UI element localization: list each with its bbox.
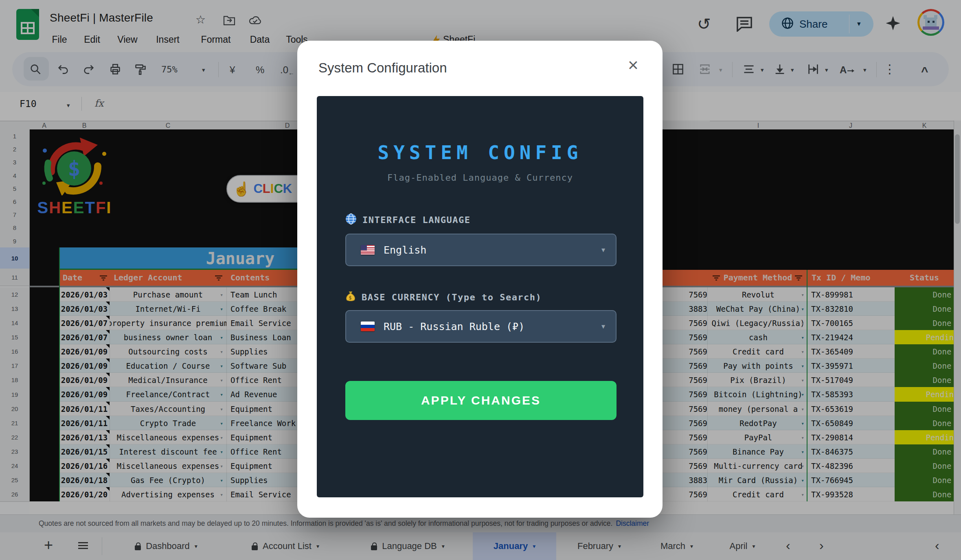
- config-subtitle: Flag-Enabled Language & Currency: [317, 173, 643, 183]
- svg-text:$: $: [349, 295, 353, 301]
- system-configuration-dialog: System Configuration × SYSTEM CONFIG Fla…: [297, 41, 663, 518]
- globe-icon: [345, 213, 357, 227]
- currency-label-row: $ BASE CURRENCY (Type to Search): [345, 291, 542, 304]
- language-dropdown[interactable]: English ▾: [345, 234, 617, 266]
- dialog-title: System Configuration: [318, 60, 447, 76]
- config-heading: SYSTEM CONFIG: [317, 142, 643, 164]
- dropdown-caret-icon: ▾: [601, 245, 605, 254]
- language-label: INTERFACE LANGUAGE: [362, 215, 470, 225]
- dropdown-caret-icon: ▾: [601, 322, 605, 331]
- currency-dropdown[interactable]: RUB - Russian Ruble (₽) ▾: [345, 310, 617, 343]
- ru-flag-icon: [361, 322, 375, 331]
- apply-changes-button[interactable]: APPLY CHANGES: [345, 381, 617, 420]
- language-value: English: [384, 244, 426, 256]
- close-icon[interactable]: ×: [628, 56, 638, 74]
- config-panel: SYSTEM CONFIG Flag-Enabled Language & Cu…: [317, 96, 643, 497]
- money-bag-icon: $: [345, 291, 356, 304]
- us-flag-icon: [361, 245, 375, 255]
- sheets-app: SheetFi | MasterFile ☆ SheetFi ↺ Share ▾: [0, 0, 961, 560]
- currency-value: RUB - Russian Ruble (₽): [384, 321, 524, 332]
- language-label-row: INTERFACE LANGUAGE: [345, 213, 470, 227]
- currency-label: BASE CURRENCY (Type to Search): [362, 292, 542, 302]
